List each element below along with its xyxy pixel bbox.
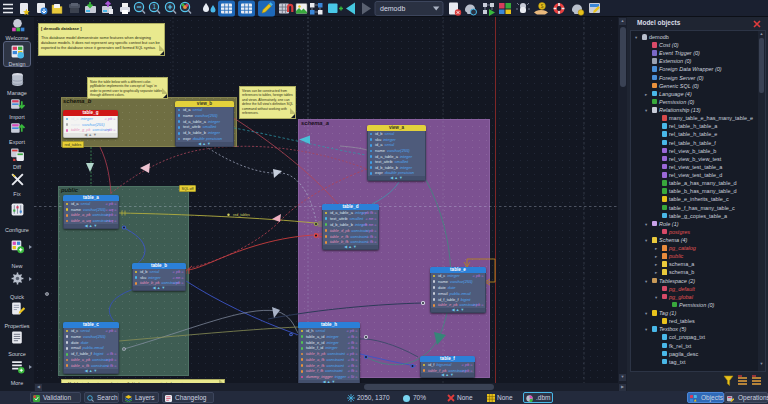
svg-text:red_tables: red_tables xyxy=(233,213,250,217)
svg-text:1: 1 xyxy=(153,3,157,10)
svg-text:$: $ xyxy=(540,3,543,9)
svg-text:demodb: demodb xyxy=(380,5,405,12)
